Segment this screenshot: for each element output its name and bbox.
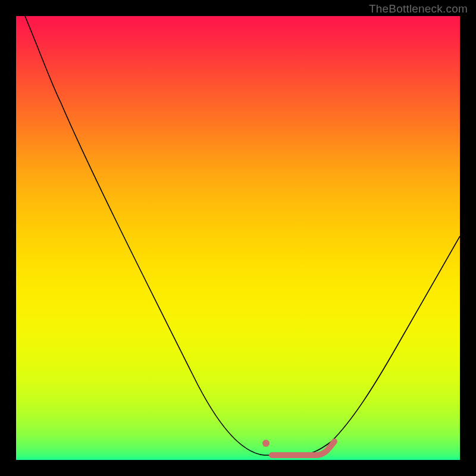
bottleneck-curve	[25, 16, 460, 455]
highlight-segment	[272, 441, 334, 455]
chart-svg	[16, 16, 460, 460]
plot-area	[16, 16, 460, 460]
highlight-dot-left	[262, 440, 270, 447]
watermark-text: TheBottleneck.com	[369, 2, 468, 15]
